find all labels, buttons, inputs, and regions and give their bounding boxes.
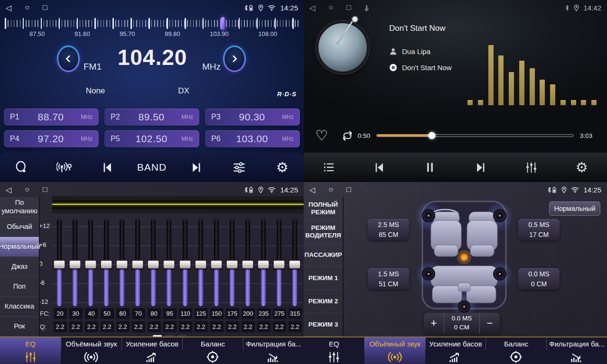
eq-band-slider-14[interactable]	[256, 219, 271, 307]
q-value-2[interactable]: 2.2	[69, 321, 83, 332]
tab-eq-vertical[interactable]: EQ	[304, 337, 364, 364]
fc-value-15[interactable]: 275	[273, 308, 286, 319]
fc-value-10[interactable]: 125	[195, 308, 208, 319]
preset-button-p3[interactable]: P390.30MHz	[205, 109, 300, 126]
slider-handle[interactable]	[132, 261, 143, 269]
slider-handle[interactable]	[164, 261, 175, 269]
skip-prev-button[interactable]	[94, 157, 121, 178]
eq-band-slider-4[interactable]	[98, 219, 114, 307]
skip-prev-button[interactable]	[366, 157, 393, 178]
fc-value-9[interactable]: 110	[179, 308, 192, 319]
settings-button[interactable]: ⚙	[269, 157, 296, 178]
fc-value-8[interactable]: 95	[163, 308, 177, 319]
slider-handle[interactable]	[289, 261, 300, 269]
eq-band-slider-15[interactable]	[271, 219, 287, 307]
q-value-16[interactable]: 2.2	[289, 321, 302, 332]
staging-mode-2[interactable]: РЕЖИМ ВОДИТЕЛЯ	[304, 220, 343, 244]
broadcast-button[interactable]	[51, 157, 78, 178]
eq-preset-4[interactable]: Джаз	[0, 257, 39, 277]
q-value-3[interactable]: 2.2	[85, 321, 98, 332]
q-value-13[interactable]: 2.2	[242, 321, 255, 332]
nav-home-icon[interactable]: ○	[328, 185, 333, 194]
tab-filter[interactable]: Фильтрация ба...	[243, 337, 304, 364]
tab-bass-boost[interactable]: Усиление басов	[425, 337, 486, 364]
fc-value-12[interactable]: 175	[226, 308, 239, 319]
eq-band-slider-2[interactable]	[67, 219, 83, 307]
q-value-12[interactable]: 2.2	[226, 321, 239, 332]
q-value-7[interactable]: 2.2	[148, 321, 161, 332]
slider-handle[interactable]	[117, 261, 128, 269]
eq-horizontal-button[interactable]	[226, 157, 252, 178]
q-value-14[interactable]: 2.2	[257, 321, 271, 332]
fc-value-2[interactable]: 30	[69, 308, 83, 319]
eq-band-slider-7[interactable]	[146, 219, 161, 307]
front-left-delay-button[interactable]: 2.5 MS85 CM	[368, 219, 409, 240]
eq-band-slider-11[interactable]	[208, 219, 224, 307]
eq-band-slider-5[interactable]	[114, 219, 130, 307]
nav-back-icon[interactable]: ◁	[309, 185, 315, 194]
rear-right-delay-button[interactable]: 0.0 MS0 CM	[518, 268, 560, 290]
eq-preset-3[interactable]: Нормальный	[0, 237, 39, 257]
playlist-button[interactable]	[316, 157, 342, 178]
slider-handle[interactable]	[179, 261, 190, 269]
tab-surround[interactable]: Объёмный звук	[61, 337, 121, 364]
tab-bass-boost[interactable]: Усиление басов	[121, 337, 182, 364]
tune-up-button[interactable]	[223, 46, 246, 72]
slider-handle[interactable]	[226, 261, 237, 269]
rear-left-delay-button[interactable]: 1.5 MS51 CM	[368, 268, 409, 290]
nav-recents-icon[interactable]: □	[346, 185, 351, 194]
fc-value-1[interactable]: 20	[54, 308, 67, 319]
staging-mode-4[interactable]: РЕЖИМ 1	[304, 267, 343, 290]
fc-value-13[interactable]: 200	[242, 308, 255, 319]
seek-bar-thumb[interactable]	[428, 132, 435, 139]
eq-band-slider-9[interactable]	[177, 219, 193, 307]
preset-button-p6[interactable]: P6103.00MHz	[205, 130, 300, 147]
q-value-8[interactable]: 2.2	[163, 321, 177, 332]
eq-vertical-button[interactable]	[518, 157, 544, 178]
preset-button-p4[interactable]: P497.20MHz	[4, 130, 99, 147]
slider-handle[interactable]	[258, 261, 269, 269]
front-right-delay-button[interactable]: 0.5 MS17 CM	[518, 219, 560, 240]
preset-button-p1[interactable]: P188.70MHz	[4, 109, 99, 126]
nav-home-icon[interactable]: ○	[25, 185, 29, 194]
eq-preset-2[interactable]: Обычай	[0, 217, 39, 237]
favorite-button[interactable]: ♡	[315, 128, 328, 143]
tab-eq-vertical[interactable]: EQ	[0, 337, 61, 364]
nav-recents-icon[interactable]: □	[43, 3, 47, 12]
skip-next-button[interactable]	[183, 157, 210, 178]
tab-balance[interactable]: Баланс	[182, 337, 243, 364]
tab-surround[interactable]: Объёмный звук	[364, 337, 425, 364]
eq-preset-7[interactable]: Рок	[0, 317, 39, 337]
slider-handle[interactable]	[54, 261, 65, 269]
q-value-6[interactable]: 2.2	[132, 321, 145, 332]
fc-value-5[interactable]: 60	[116, 308, 130, 319]
fc-value-7[interactable]: 80	[148, 308, 161, 319]
fc-value-11[interactable]: 150	[210, 308, 224, 319]
tab-balance[interactable]: Баланс	[486, 337, 546, 364]
nav-home-icon[interactable]: ○	[328, 3, 333, 12]
frequency-scale[interactable]: 87.5091.6095.7099.80103.90108.00	[4, 17, 300, 40]
q-value-1[interactable]: 2.2	[54, 321, 67, 332]
nav-back-icon[interactable]: ◁	[6, 3, 11, 12]
fc-value-4[interactable]: 50	[101, 308, 114, 319]
slider-handle[interactable]	[195, 261, 206, 269]
preset-button-p2[interactable]: P289.50MHz	[104, 109, 199, 126]
q-value-9[interactable]: 2.2	[179, 321, 192, 332]
repeat-button[interactable]	[340, 130, 355, 142]
staging-mode-1[interactable]: ПОЛНЫЙ РЕЖИМ	[304, 197, 343, 220]
delay-increase-button[interactable]: +	[424, 313, 444, 334]
slider-handle[interactable]	[274, 261, 285, 269]
slider-handle[interactable]	[101, 261, 112, 269]
q-value-15[interactable]: 2.2	[273, 321, 286, 332]
fc-value-14[interactable]: 235	[257, 308, 271, 319]
preset-button-p5[interactable]: P5102.50MHz	[104, 130, 199, 147]
fc-value-3[interactable]: 40	[85, 308, 98, 319]
q-value-11[interactable]: 2.2	[210, 321, 224, 332]
skip-next-button[interactable]	[467, 157, 494, 178]
eq-band-slider-13[interactable]	[240, 219, 256, 307]
tune-down-button[interactable]	[57, 46, 80, 72]
nav-back-icon[interactable]: ◁	[309, 3, 315, 12]
slider-handle[interactable]	[243, 261, 253, 269]
eq-preset-5[interactable]: Поп	[0, 277, 39, 297]
slider-handle[interactable]	[85, 261, 96, 269]
